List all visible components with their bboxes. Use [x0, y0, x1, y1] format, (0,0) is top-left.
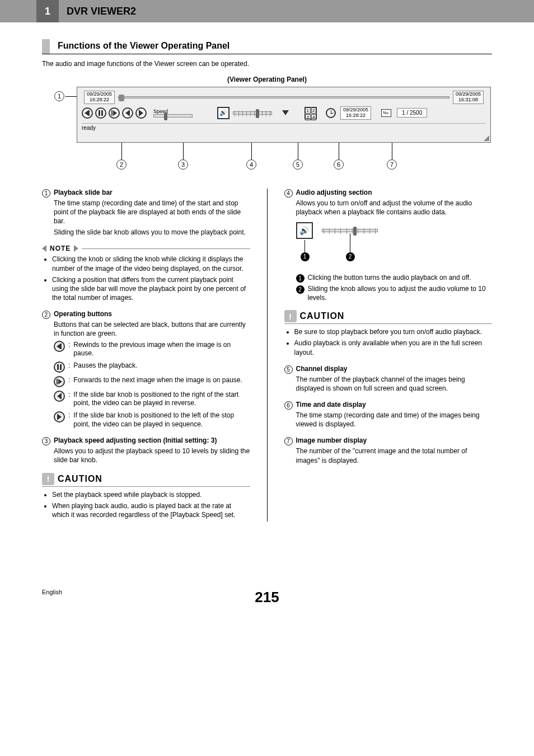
audio-leader-2 — [350, 233, 350, 252]
note-item-1: Clicking the knob or sliding the knob wh… — [52, 255, 250, 273]
caution-heading-right: ! CAUTION — [284, 310, 493, 324]
timestamp-start: 09/29/2005 16:28:22 — [84, 91, 115, 104]
panel-diagram: 1 09/29/2005 16:28:22 09/29/2005 16:31:0… — [43, 87, 491, 172]
note-rule — [82, 248, 250, 249]
section-title: Functions of the Viewer Operating Panel — [58, 41, 229, 52]
datetime-display: 09/29/2005 16:28:22 — [340, 106, 371, 120]
play-button[interactable] — [135, 107, 147, 119]
caution-left-1: Set the playback speed while playback is… — [52, 490, 250, 499]
item-num-3: 3 — [42, 437, 50, 445]
caution-heading-left: ! CAUTION — [42, 473, 250, 487]
callout-2: 2 — [116, 159, 127, 170]
section-heading: Functions of the Viewer Operating Panel — [42, 39, 492, 54]
speed-label: Speed — [153, 109, 193, 114]
leader-6 — [339, 143, 339, 159]
note-left-arrow-icon — [42, 245, 46, 252]
timestamp-end: 09/29/2005 16:31:08 — [453, 91, 484, 104]
note-right-arrow-icon — [74, 245, 78, 252]
forward-button[interactable] — [109, 107, 120, 119]
pause-desc: Pauses the playback. — [73, 361, 250, 370]
item-1-p2: Sliding the slide bar knob allows you to… — [54, 228, 250, 237]
caution-left-2: When playing back audio, audio is played… — [52, 501, 250, 519]
sub-num-1: 1 — [296, 274, 305, 283]
audio-sub-2: 2 — [346, 252, 355, 261]
forward-desc: Forwards to the next image when the imag… — [73, 376, 250, 385]
item-3-p1: Allows you to adjust the playback speed … — [54, 447, 250, 464]
note-label: NOTE — [46, 245, 74, 252]
leader-7 — [392, 143, 392, 159]
channel-display: 1 2 3 4 — [305, 107, 317, 119]
leader-4 — [251, 143, 252, 159]
section-accent-bar — [42, 39, 50, 54]
resize-grip-icon — [484, 135, 489, 141]
item-num-6: 6 — [284, 401, 293, 410]
reverse-play-button[interactable] — [122, 107, 133, 119]
play-icon — [54, 411, 65, 422]
play-desc: If the slide bar knob is positioned to t… — [73, 411, 250, 429]
callout-5: 5 — [293, 159, 303, 170]
audio-toggle-button[interactable]: 🔊 — [217, 107, 229, 119]
sub-num-2: 2 — [296, 285, 305, 294]
forward-icon — [54, 376, 65, 387]
volume-slider[interactable] — [233, 111, 272, 115]
sub-desc-2: Sliding the knob allows you to adjust th… — [308, 285, 493, 302]
item-1-p1: The time stamp (recording date and time)… — [54, 199, 250, 226]
item-title-5: Channel display — [296, 365, 348, 373]
rewind-desc: Rewinds to the previous image when the i… — [73, 341, 250, 358]
pause-icon — [54, 361, 65, 373]
audio-volume-slider — [322, 229, 378, 232]
item-5-p1: The number of the playback channel of th… — [296, 375, 493, 393]
chapter-number: 1 — [36, 0, 59, 22]
reverse-desc: If the slide bar knob is positioned to t… — [73, 391, 250, 408]
image-number-icon: No. — [381, 109, 391, 117]
channel-1: 1 — [305, 107, 311, 114]
channel-3: 3 — [305, 114, 311, 120]
item-num-7: 7 — [284, 437, 293, 445]
audio-leader-1 — [305, 240, 305, 252]
item-num-5: 5 — [284, 365, 293, 374]
reverse-play-icon — [54, 391, 65, 402]
audio-volume-knob — [353, 227, 357, 236]
status-bar: ready — [82, 123, 486, 131]
caution-right-1: Be sure to stop playback before you turn… — [294, 327, 493, 336]
chapter-header: 1 DVR VIEWER2 — [0, 0, 534, 22]
page-number: 215 — [255, 589, 279, 606]
section-intro: The audio and image functions of the Vie… — [42, 60, 492, 68]
rewind-icon — [54, 341, 65, 352]
item-num-1: 1 — [42, 189, 50, 198]
note-heading: NOTE — [42, 245, 250, 252]
channel-2: 2 — [311, 107, 317, 114]
pause-button[interactable] — [95, 107, 106, 119]
audio-figure: 🔊 1 2 — [296, 222, 397, 267]
item-title-1: Playback slide bar — [54, 189, 113, 196]
leader-2 — [121, 143, 122, 159]
clock-icon — [326, 108, 336, 118]
item-4-p1: Allows you to turn on/off and adjust the… — [296, 199, 493, 217]
item-7-p1: The number of the "current image and the… — [296, 447, 493, 464]
playback-slider[interactable] — [118, 96, 449, 98]
callout-3: 3 — [178, 159, 188, 170]
chapter-title: DVR VIEWER2 — [67, 6, 136, 17]
item-num-2: 2 — [42, 311, 50, 319]
volume-slider-knob[interactable] — [256, 109, 259, 118]
callout-6: 6 — [334, 159, 344, 170]
audio-speaker-icon: 🔊 — [296, 222, 313, 239]
speed-slider-knob[interactable] — [164, 112, 167, 120]
playback-slider-knob[interactable] — [119, 95, 124, 101]
dt-time: 16:28:22 — [343, 113, 368, 119]
item-2-p1: Buttons that can be selected are black, … — [54, 320, 250, 338]
sub-desc-1: Clicking the button turns the audio play… — [308, 274, 471, 283]
speed-slider[interactable] — [153, 114, 193, 118]
item-title-6: Time and date display — [296, 401, 366, 408]
rewind-button[interactable] — [82, 107, 93, 119]
item-title-2: Operating buttons — [54, 310, 112, 318]
item-6-p1: The time stamp (recording date and time)… — [296, 411, 493, 429]
footer-language: English — [42, 589, 62, 595]
callout-4: 4 — [246, 159, 256, 170]
leader-5 — [298, 143, 298, 159]
caution-label-right: CAUTION — [300, 311, 345, 321]
leader-3 — [183, 143, 184, 159]
column-divider — [267, 189, 268, 522]
item-title-4: Audio adjusting section — [296, 189, 372, 196]
callout-1: 1 — [54, 91, 64, 101]
